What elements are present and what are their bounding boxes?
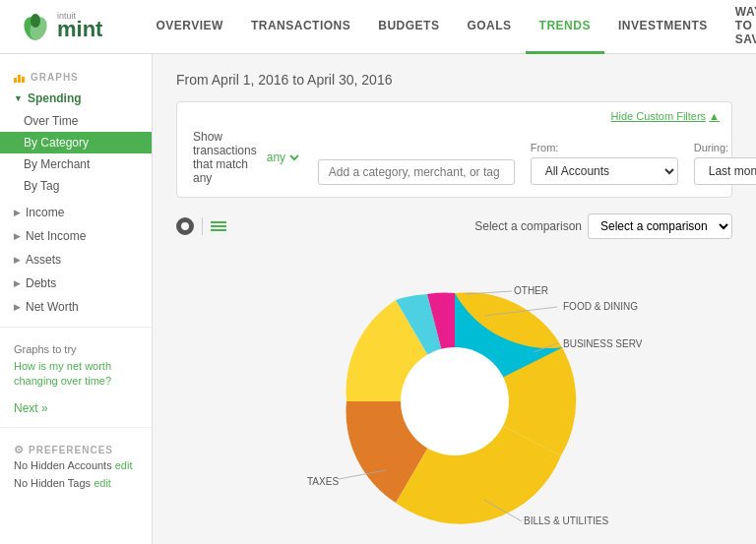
compare-label: Select a comparison [474, 219, 582, 233]
bar-chart-icon [14, 73, 26, 83]
filter-bar: Hide Custom Filters ▲ Show transactions … [176, 101, 732, 198]
sidebar-divider-2 [0, 427, 152, 428]
sidebar-subitem-over-time[interactable]: Over Time [0, 110, 152, 132]
sidebar-income[interactable]: ▶ Income [0, 201, 152, 224]
assets-arrow-icon: ▶ [14, 255, 21, 265]
sidebar-net-worth[interactable]: ▶ Net Worth [0, 295, 152, 319]
list-line-2 [211, 225, 226, 227]
graphs-to-try-link[interactable]: How is my net worth changing over time? [14, 359, 138, 390]
income-arrow-icon: ▶ [14, 208, 21, 217]
donut-view-button[interactable] [176, 217, 194, 235]
sidebar-net-income[interactable]: ▶ Net Income [0, 224, 152, 248]
list-line-3 [211, 229, 226, 231]
logo: intuit mint [20, 11, 102, 42]
donut-chart: BUSINESS SERVICES FOOD & DINING OTHER TA… [268, 259, 642, 544]
hidden-accounts-edit-link[interactable]: edit [115, 459, 133, 471]
net-income-arrow-icon: ▶ [14, 231, 21, 241]
chart-controls: Select a comparison Select a comparison [176, 213, 732, 239]
compare-select[interactable]: Select a comparison [588, 213, 732, 239]
view-divider [202, 217, 203, 235]
filter-from-select[interactable]: All Accounts Checking Savings Credit Car… [531, 157, 678, 185]
graphs-section-title: GRAPHS [0, 66, 152, 87]
label-business: BUSINESS SERVICES [563, 338, 642, 349]
date-range: From April 1, 2016 to April 30, 2016 [176, 72, 732, 88]
svg-point-2 [31, 14, 40, 28]
header: intuit mint OVERVIEW TRANSACTIONS BUDGET… [0, 0, 756, 54]
spending-group: ▼ Spending Over Time By Category By Merc… [0, 87, 152, 197]
nav-investments[interactable]: INVESTMENTS [604, 0, 722, 54]
main-content: From April 1, 2016 to April 30, 2016 Hid… [153, 54, 756, 544]
filter-category-input[interactable] [318, 159, 515, 185]
net-worth-arrow-icon: ▶ [14, 302, 21, 312]
hide-filters-link[interactable]: Hide Custom Filters ▲ [611, 110, 720, 122]
nav-transactions[interactable]: TRANSACTIONS [237, 0, 364, 54]
nav-overview[interactable]: OVERVIEW [142, 0, 236, 54]
mint-logo-icon [20, 11, 51, 42]
filter-match-text: Show transactions that match any [193, 130, 257, 185]
sidebar-subitem-by-category[interactable]: By Category [0, 132, 152, 153]
sidebar-subitem-by-merchant[interactable]: By Merchant [0, 153, 152, 175]
nav-trends[interactable]: TRENDS [526, 0, 604, 54]
brand-name: mint [57, 17, 102, 41]
list-line-1 [211, 221, 226, 223]
nav-ways-to-save[interactable]: WAYS TO SAVE [722, 0, 756, 54]
hidden-tags-edit-link[interactable]: edit [94, 477, 111, 489]
layout: GRAPHS ▼ Spending Over Time By Category … [0, 54, 756, 544]
sidebar-assets[interactable]: ▶ Assets [0, 248, 152, 272]
preferences-section: ⚙ PREFERENCES No Hidden Accounts edit No… [0, 436, 152, 496]
graphs-to-try-title: Graphs to try [14, 343, 138, 355]
filter-match-group: Show transactions that match any any all [193, 114, 302, 185]
filter-match-dropdown[interactable]: any all [263, 150, 302, 165]
label-other: OTHER [514, 285, 548, 296]
filter-during-label: During: [694, 142, 756, 153]
graphs-to-try-section: Graphs to try How is my net worth changi… [0, 335, 152, 397]
hidden-accounts-item: No Hidden Accounts edit [14, 456, 138, 474]
filter-row: Show transactions that match any any all… [193, 114, 716, 185]
filter-during-select[interactable]: Last month This month Last 3 months Last… [694, 157, 756, 185]
chart-view-icons [176, 217, 226, 235]
list-view-button[interactable] [211, 221, 226, 231]
hidden-tags-item: No Hidden Tags edit [14, 474, 138, 492]
nav-budgets[interactable]: BUDGETS [364, 0, 453, 54]
sidebar-subitem-by-tag[interactable]: By Tag [0, 175, 152, 197]
debts-arrow-icon: ▶ [14, 278, 21, 288]
sidebar-debts[interactable]: ▶ Debts [0, 272, 152, 295]
sidebar: GRAPHS ▼ Spending Over Time By Category … [0, 54, 153, 544]
label-bills: BILLS & UTILITIES [524, 515, 608, 526]
nav-goals[interactable]: GOALS [453, 0, 525, 54]
chevron-up-icon: ▲ [709, 110, 720, 122]
chart-area: BUSINESS SERVICES FOOD & DINING OTHER TA… [176, 249, 732, 544]
donut-hole [401, 347, 509, 455]
main-nav: OVERVIEW TRANSACTIONS BUDGETS GOALS TREN… [142, 0, 756, 54]
sidebar-divider-1 [0, 327, 152, 328]
filter-from-group: From: All Accounts Checking Savings Cred… [531, 142, 678, 185]
label-food: FOOD & DINING [563, 301, 638, 312]
next-link[interactable]: Next » [0, 397, 152, 419]
gear-icon: ⚙ [14, 444, 25, 456]
filter-during-group: During: Last month This month Last 3 mon… [694, 142, 756, 185]
label-taxes: TAXES [307, 476, 339, 487]
spending-arrow-icon: ▼ [14, 93, 23, 103]
spending-label[interactable]: ▼ Spending [0, 87, 152, 110]
filter-from-label: From: [531, 142, 678, 153]
compare-group: Select a comparison Select a comparison [474, 213, 732, 239]
preferences-title: ⚙ PREFERENCES [14, 444, 138, 456]
filter-category-group [318, 159, 515, 185]
